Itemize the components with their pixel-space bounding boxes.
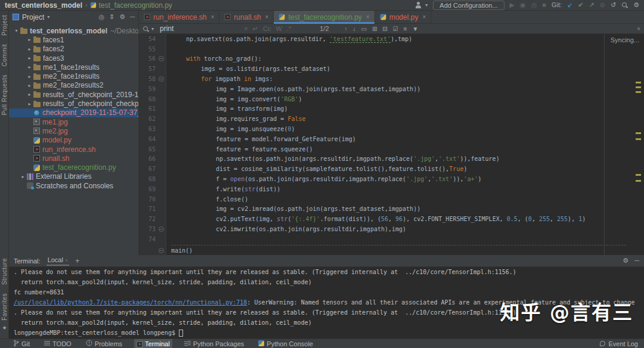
editor-tab-runall.sh[interactable]: >runall.sh× [219,11,274,23]
tree-item-me2.jpg[interactable]: me2.jpg [9,126,138,135]
tree-item-model.py[interactable]: model.py [9,136,138,145]
warning-stripe-mark[interactable] [636,91,641,93]
chevron-down-icon[interactable]: ▾ [47,14,49,20]
code-line-68[interactable]: 68f = open(os.path.join(args.resultdir,i… [139,174,644,184]
tree-item-Scratches and Consoles[interactable]: Scratches and Consoles [9,181,138,190]
find-prev-icon[interactable]: ↑ [345,26,348,32]
search-everywhere-icon[interactable] [621,2,628,8]
terminal-settings-gear-icon[interactable]: ⚙ [623,257,628,265]
tree-item-run_inference.sh[interactable]: >run_inference.sh [9,145,138,154]
code-line-61[interactable]: 61img = transform(img) [139,104,644,114]
find-next-icon[interactable]: ↓ [353,26,356,32]
code-line-56[interactable]: 56with torch.no_grad(): [139,54,644,64]
hide-panel-icon[interactable]: ─ [130,13,135,21]
fold-icon[interactable] [159,226,164,232]
add-configuration-button[interactable]: Add Configuration... [433,1,504,10]
match-case-toggle[interactable]: Cc [263,25,271,33]
tree-item-me2_face2results2[interactable]: ▸me2_face2results2 [9,81,138,90]
code-line-65[interactable]: 65feature = feature.squeeze() [139,144,644,154]
code-line-62[interactable]: 62img.requires_grad = False [139,114,644,124]
chevron-down-icon[interactable]: ▾ [13,28,20,33]
favorites-star-icon[interactable]: ★ [2,325,7,331]
warning-stripe-mark[interactable] [636,132,641,134]
statusbar-item-problems[interactable]: Problems [83,339,125,348]
git-push-icon[interactable]: ↗ [589,2,594,8]
close-icon[interactable]: × [210,14,214,20]
statusbar-item-todo[interactable]: TODO [42,339,74,348]
chevron-right-icon[interactable]: ▸ [26,46,33,52]
fold-icon[interactable] [159,76,164,82]
terminal-tab-local[interactable]: Local× [47,256,70,266]
fold-icon[interactable] [159,248,164,253]
code-line-69[interactable]: 69f.write(str(dist)) [139,184,644,194]
git-rollback-icon[interactable]: ⊘ [600,2,605,8]
warning-stripe-mark[interactable] [636,86,641,88]
editor-tab-run_inference.sh[interactable]: >run_inference.sh× [139,11,219,23]
code-line-64[interactable]: 64feature = model.forward_GetFeature(img… [139,134,644,144]
new-terminal-icon[interactable]: + [75,257,79,265]
chevron-right-icon[interactable]: ▸ [26,55,33,61]
editor-tab-test_facerecognition.py[interactable]: test_facerecognition.py× [274,11,374,23]
close-icon[interactable]: × [265,14,269,20]
git-commit-icon[interactable]: ✔ [578,2,583,8]
expand-collapse-icon[interactable]: ⇕ [109,13,114,21]
warning-stripe-mark[interactable] [636,174,641,176]
settings-gear-icon[interactable]: ⚙ [633,2,639,8]
code-line-54[interactable]: 54np.savetxt(os.path.join(args.resultdir… [139,34,644,44]
project-panel-title[interactable]: Project [22,13,44,21]
fold-icon[interactable] [159,56,164,61]
terminal-hide-icon[interactable]: ─ [634,257,639,265]
code-with-me-icon[interactable] [415,2,422,8]
statusbar-item-git[interactable]: Git [11,339,32,348]
select-all-occurrences-icon[interactable]: ☑ [393,26,398,32]
chevron-right-icon[interactable]: ▸ [26,83,33,88]
code-line-58[interactable]: 58for imgpath in imgs: [139,74,644,84]
warning-stripe-mark[interactable] [636,180,641,182]
tree-item-me2_face1results[interactable]: ▸me2_face1results [9,72,138,80]
tree-item-results_of_checkpoint_2019-11-15[interactable]: ▸results_of_checkpoint_2019-11-15 [9,90,138,99]
tree-item-faces3[interactable]: ▸faces3 [9,54,138,63]
locate-file-icon[interactable]: ◎ [99,13,105,21]
code-line-70[interactable]: 70f.close() [139,194,644,204]
stripe-item-commit[interactable]: Commit [1,44,8,66]
stripe-item-favorites[interactable]: Favorites [1,293,8,321]
code-line-67[interactable]: 67dist = cosine_similarity(samplefeature… [139,164,644,174]
code-line-74[interactable]: 74 [139,234,644,244]
stripe-item-project[interactable]: Project [1,15,8,36]
breadcrumb-file[interactable]: test_facerecognition.py [98,1,172,10]
terminal-cursor[interactable] [179,330,183,337]
words-toggle[interactable]: W [275,25,281,33]
chevron-right-icon[interactable]: ▸ [26,101,33,107]
tree-item-results_of_checkpoint_checkpoint[interactable]: ▸results_of_checkpoint_checkpoint [9,99,138,108]
code-line-71[interactable]: 71img = cv2.imread(os.path.join(args.tes… [139,204,644,215]
close-icon[interactable]: × [422,14,426,20]
chevron-right-icon[interactable]: ▸ [26,74,33,79]
find-clear-icon[interactable]: × [244,25,247,33]
code-line-63[interactable]: 63img = img.unsqueeze(0) [139,124,644,134]
code-line-73[interactable]: 73cv2.imwrite(os.path.join(args.resultdi… [139,224,644,234]
warning-stripe-mark[interactable] [636,138,641,140]
undo-icon[interactable]: ↺ [611,2,616,8]
editor-tab-model.py[interactable]: model.py× [375,11,432,23]
statusbar-item-python-packages[interactable]: Python Packages [182,339,247,348]
chevron-right-icon[interactable]: ▸ [19,174,27,179]
statusbar-item-python-console[interactable]: Python Console [256,339,315,348]
event-log-button[interactable]: Event Log [608,340,638,347]
find-search-icon[interactable] [143,26,149,32]
code-line-59[interactable]: 59img = Image.open(os.path.join(args.tes… [139,84,644,94]
tree-item-faces2[interactable]: ▸faces2 [9,45,138,54]
find-newline-icon[interactable]: ↵ [253,25,258,33]
tree-item-runall.sh[interactable]: >runall.sh [9,154,138,163]
debug-icon[interactable]: ◉ [520,2,526,8]
close-icon[interactable]: × [65,257,68,263]
chevron-right-icon[interactable]: ▸ [26,92,33,97]
chevron-right-icon[interactable]: ▸ [26,37,33,42]
code-line-60[interactable]: 60img = img.convert('RGB') [139,94,644,104]
terminal-link[interactable]: /usr/local/lib/python3.7/site-packages/t… [14,299,247,306]
multiline-icon[interactable]: ≡ [404,26,407,32]
code-line-55[interactable]: 55 [139,44,644,54]
code-editor[interactable]: 54np.savetxt(os.path.join(args.resultdir… [139,34,644,255]
tree-item-checkpoint_2019-11-15-07-37_ep[interactable]: checkpoint_2019-11-15-07-37_ep [9,108,138,117]
find-selection-icon[interactable]: ▭ [361,26,367,32]
chevron-right-icon[interactable]: ▸ [26,64,33,70]
